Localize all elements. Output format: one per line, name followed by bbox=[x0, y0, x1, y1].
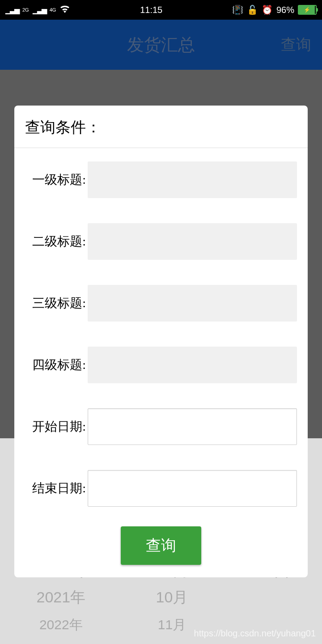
end-date-input[interactable] bbox=[88, 470, 297, 507]
level2-label: 二级标题: bbox=[25, 233, 88, 250]
status-right: 📳 🔓 ⏰ 96% ⚡ bbox=[232, 4, 317, 15]
battery-percent: 96% bbox=[276, 5, 294, 15]
form-row-level1: 一级标题: bbox=[14, 148, 308, 198]
level4-label: 四级标题: bbox=[25, 356, 88, 373]
vibrate-icon: 📳 bbox=[232, 4, 243, 15]
start-date-label: 开始日期: bbox=[25, 418, 88, 435]
signal-2g-icon: ▁▃▅ bbox=[5, 6, 19, 14]
end-date-label: 结束日期: bbox=[25, 480, 88, 497]
level3-label: 三级标题: bbox=[25, 295, 88, 312]
watermark: https://blog.csdn.net/yuhang01 bbox=[194, 628, 316, 639]
lock-rotation-icon: 🔓 bbox=[247, 4, 258, 15]
form-row-level3: 三级标题: bbox=[14, 260, 308, 322]
network-2g-label: 2G bbox=[22, 7, 29, 13]
month-option[interactable]: 10月 bbox=[151, 583, 193, 611]
level2-input[interactable] bbox=[88, 223, 297, 260]
form-row-end-date: 结束日期: bbox=[14, 445, 308, 507]
level4-input[interactable] bbox=[88, 347, 297, 383]
start-date-input[interactable] bbox=[88, 408, 297, 445]
year-option[interactable]: 2021年 bbox=[29, 583, 93, 611]
query-action[interactable]: 查询 bbox=[281, 34, 311, 55]
year-option[interactable]: 2022年 bbox=[29, 611, 93, 639]
network-4g-label: 4G bbox=[50, 7, 56, 13]
battery-icon: ⚡ bbox=[298, 5, 317, 15]
form-row-level4: 四级标题: bbox=[14, 322, 308, 383]
level1-input[interactable] bbox=[88, 161, 297, 198]
battery-fill: ⚡ bbox=[299, 6, 315, 14]
status-left: ▁▃▅ 2G ▁▃▅ 4G bbox=[5, 5, 70, 15]
modal-title: 查询条件： bbox=[14, 106, 308, 148]
status-bar: ▁▃▅ 2G ▁▃▅ 4G 11:15 📳 🔓 ⏰ 96% ⚡ bbox=[0, 0, 322, 20]
level1-label: 一级标题: bbox=[25, 171, 88, 188]
month-option[interactable]: 11月 bbox=[151, 611, 193, 639]
wifi-icon bbox=[59, 5, 70, 15]
form-row-start-date: 开始日期: bbox=[14, 383, 308, 445]
status-time: 11:15 bbox=[140, 5, 162, 15]
alarm-icon: ⏰ bbox=[262, 4, 273, 15]
signal-4g-icon: ▁▃▅ bbox=[33, 6, 46, 14]
app-header: 发货汇总 查询 bbox=[0, 20, 322, 70]
submit-row: 查询 bbox=[14, 526, 308, 565]
query-modal: 查询条件： 一级标题: 二级标题: 三级标题: 四级标题: 开始日期: 结束日期… bbox=[14, 106, 308, 577]
form-row-level2: 二级标题: bbox=[14, 198, 308, 260]
level3-input[interactable] bbox=[88, 285, 297, 322]
page-title: 发货汇总 bbox=[127, 34, 195, 56]
submit-button[interactable]: 查询 bbox=[121, 526, 201, 565]
